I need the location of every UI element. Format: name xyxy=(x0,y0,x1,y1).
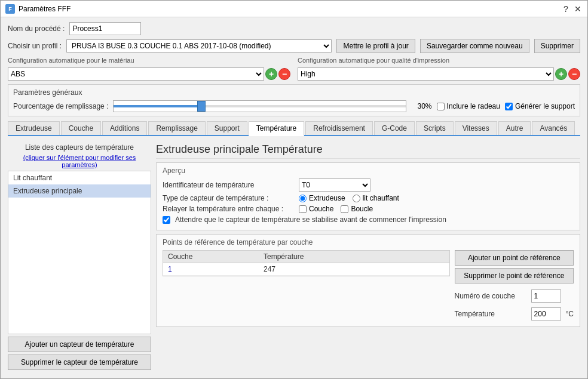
couche-check-item: Couche xyxy=(299,205,333,213)
boucle-checkbox[interactable] xyxy=(341,205,348,213)
config-materiau-section: Configuration automatique pour le matéri… xyxy=(8,57,290,81)
title-bar-left: F Paramètres FFF xyxy=(5,4,71,14)
numero-couche-row: Numéro de couche xyxy=(455,289,574,303)
ajouter-capteur-button[interactable]: Ajouter un capteur de température xyxy=(8,337,151,352)
supprimer-button[interactable]: Supprimer xyxy=(534,39,580,53)
sensor-list: Lit chauffant Extrudeuse principale xyxy=(8,171,151,334)
main-area: Liste des capteurs de température (cliqu… xyxy=(8,140,580,374)
slider-thumb[interactable] xyxy=(197,101,206,112)
type-capteur-radio-group: Extrudeuse lit chauffant xyxy=(299,194,399,202)
identifiant-row: Identificateur de température T0 xyxy=(163,178,574,192)
params-title: Paramètres généraux xyxy=(13,88,575,97)
apercu-section: Aperçu Identificateur de température T0 … xyxy=(156,162,580,230)
qualite-add-button[interactable]: + xyxy=(555,68,567,80)
couche-checkbox[interactable] xyxy=(299,205,307,213)
radio-lit-label: lit chauffant xyxy=(363,194,399,202)
temperature-unit: °C xyxy=(566,310,574,318)
points-table: Couche Température 1 247 xyxy=(163,250,450,276)
radio-extrudeuse-input[interactable] xyxy=(299,195,307,202)
temperature-spinbox[interactable] xyxy=(531,307,561,321)
tab-remplissage[interactable]: Remplissage xyxy=(148,121,205,135)
tab-scripts[interactable]: Scripts xyxy=(416,121,454,135)
radio-lit: lit chauffant xyxy=(353,194,399,202)
inclure-radeau-checkbox[interactable] xyxy=(437,103,445,110)
materiau-remove-button[interactable]: − xyxy=(278,68,290,80)
tab-autre[interactable]: Autre xyxy=(498,121,531,135)
tab-extrudeuse[interactable]: Extrudeuse xyxy=(8,121,60,135)
right-panel: Extrudeuse principale Température Aperçu… xyxy=(156,143,580,370)
sensor-list-subtitle[interactable]: (cliquer sur l'élément pour modifier ses… xyxy=(8,154,151,168)
apercu-label: Aperçu xyxy=(163,167,574,175)
mettre-a-jour-button[interactable]: Mettre le profil à jour xyxy=(336,39,415,53)
attente-row: Attendre que le capteur de température s… xyxy=(163,215,574,224)
tab-couche[interactable]: Couche xyxy=(61,121,101,135)
supprimer-capteur-button[interactable]: Supprimer le capteur de température xyxy=(8,355,151,370)
nom-procede-row: Nom du procédé : xyxy=(8,22,580,35)
slider-fill xyxy=(114,105,201,107)
title-bar-controls: ? ✕ xyxy=(561,4,583,14)
temperature-row: Température °C xyxy=(455,307,574,321)
boucle-check-item: Boucle xyxy=(341,205,373,213)
tabs-bar: Extrudeuse Couche Additions Remplissage … xyxy=(8,121,580,136)
remplissage-slider[interactable] xyxy=(113,100,406,112)
inclure-radeau-label: Inclure le radeau xyxy=(447,102,500,110)
choisir-profil-label: Choisir un profil : xyxy=(8,42,62,50)
sensor-list-title: Liste des capteurs de température xyxy=(8,143,151,152)
close-button[interactable]: ✕ xyxy=(573,4,583,14)
pourcentage-value: 30% xyxy=(411,102,432,110)
couche-check-label: Couche xyxy=(309,205,333,213)
qualite-select[interactable]: High xyxy=(298,67,554,81)
tab-additions[interactable]: Additions xyxy=(102,121,147,135)
generer-support-checkbox[interactable] xyxy=(505,103,513,110)
identifiant-select[interactable]: T0 xyxy=(299,178,370,192)
temperature-label: Température xyxy=(455,310,526,318)
tab-avances[interactable]: Avancés xyxy=(532,121,575,135)
sensor-item-lit[interactable]: Lit chauffant xyxy=(8,171,151,184)
type-capteur-row: Type de capteur de température : Extrude… xyxy=(163,194,574,202)
type-capteur-label: Type de capteur de température : xyxy=(163,194,294,202)
tab-vitesses[interactable]: Vitesses xyxy=(455,121,497,135)
boucle-check-label: Boucle xyxy=(351,205,373,213)
table-row[interactable]: 1 247 xyxy=(163,263,449,276)
relayer-check-group: Couche Boucle xyxy=(299,205,373,213)
col-couche: Couche xyxy=(168,252,264,261)
attente-checkbox[interactable] xyxy=(163,216,170,224)
attente-label: Attendre que le capteur de température s… xyxy=(175,215,446,224)
tab-temperature[interactable]: Température xyxy=(249,121,304,136)
materiau-combo-row: ABS + − xyxy=(8,67,290,81)
title-bar: F Paramètres FFF ? ✕ xyxy=(1,1,587,17)
generer-support-label: Générer le support xyxy=(515,102,575,110)
right-panel-title: Extrudeuse principale Température xyxy=(156,143,580,159)
config-row: Configuration automatique pour le matéri… xyxy=(8,57,580,81)
tab-gcode[interactable]: G-Code xyxy=(374,121,415,135)
sauvegarder-button[interactable]: Sauvegarder comme nouveau xyxy=(420,39,529,53)
left-panel: Liste des capteurs de température (cliqu… xyxy=(8,143,151,370)
numero-couche-spinbox[interactable] xyxy=(531,289,561,303)
generer-support-group: Générer le support xyxy=(505,102,575,110)
config-materiau-label: Configuration automatique pour le matéri… xyxy=(8,57,290,64)
window-title: Paramètres FFF xyxy=(19,5,71,13)
sensor-item-extrudeuse[interactable]: Extrudeuse principale xyxy=(8,184,151,198)
qualite-combo-row: High + − xyxy=(298,67,580,81)
identifiant-label: Identificateur de température xyxy=(163,181,294,189)
ajouter-point-button[interactable]: Ajouter un point de référence xyxy=(455,250,574,266)
qualite-remove-button[interactable]: − xyxy=(568,68,580,80)
points-reference-label: Points de référence de température par c… xyxy=(163,238,574,246)
tab-support[interactable]: Support xyxy=(207,121,247,135)
nom-procede-input[interactable] xyxy=(69,22,141,35)
app-icon: F xyxy=(5,4,15,14)
help-button[interactable]: ? xyxy=(561,4,571,14)
tab-refroidissement[interactable]: Refroidissement xyxy=(305,121,373,135)
profil-select[interactable]: PRUSA I3 BUSE 0.3 COUCHE 0.1 ABS 2017-10… xyxy=(66,39,332,53)
supprimer-point-button[interactable]: Supprimer le point de référence xyxy=(455,268,574,284)
relayer-label: Relayer la température entre chaque : xyxy=(163,205,294,213)
materiau-select[interactable]: ABS xyxy=(8,67,264,81)
points-reference-section: Points de référence de température par c… xyxy=(156,234,580,327)
radio-lit-input[interactable] xyxy=(353,195,360,202)
nom-procede-label: Nom du procédé : xyxy=(8,24,65,33)
materiau-add-button[interactable]: + xyxy=(265,68,277,80)
params-section: Paramètres généraux Pourcentage de rempl… xyxy=(8,84,580,116)
points-reference-content: Couche Température 1 247 Ajouter un poin xyxy=(163,250,574,323)
points-table-container: Couche Température 1 247 xyxy=(163,250,450,276)
cell-couche-1: 1 xyxy=(168,265,264,273)
